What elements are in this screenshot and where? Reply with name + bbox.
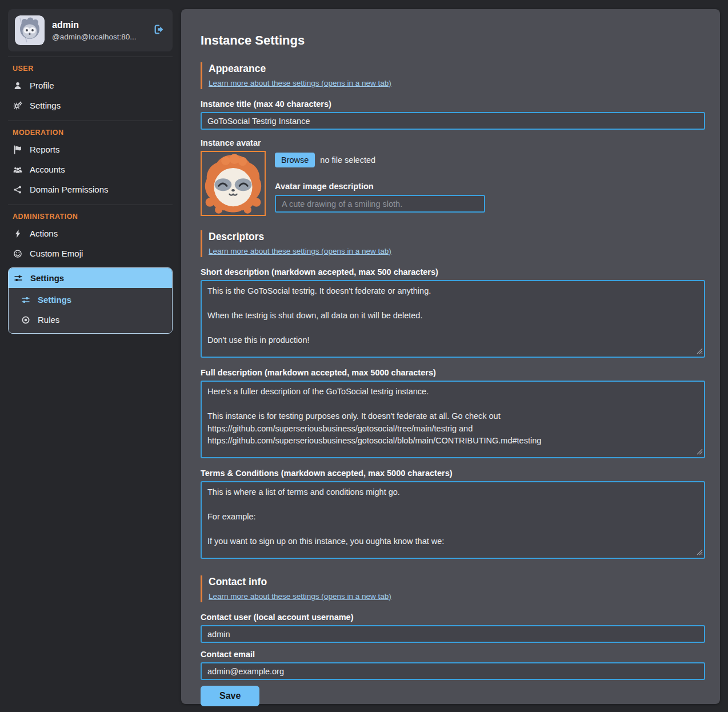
share-nodes-icon <box>13 185 22 194</box>
divider <box>8 205 173 205</box>
sidebar-category-moderation: MODERATION <box>13 129 173 137</box>
page-title: Instance Settings <box>201 33 705 48</box>
terms-label: Terms & Conditions (markdown accepted, m… <box>201 469 705 478</box>
terms-field: Terms & Conditions (markdown accepted, m… <box>201 469 705 561</box>
submenu-item-label: Rules <box>38 315 59 325</box>
submenu-item-rules[interactable]: Rules <box>9 310 172 330</box>
sign-out-icon <box>153 23 165 37</box>
save-button[interactable]: Save <box>201 686 259 706</box>
sidebar-item-label: Reports <box>30 145 60 154</box>
instance-title-label: Instance title (max 40 characters) <box>201 99 705 109</box>
instance-avatar-label: Instance avatar <box>201 138 705 147</box>
learn-more-link[interactable]: Learn more about these settings (opens i… <box>209 79 391 87</box>
section-descriptors-header: Descriptors Learn more about these setti… <box>201 230 705 257</box>
bolt-icon <box>13 229 22 238</box>
contact-user-field: Contact user (local account username) <box>201 613 705 643</box>
gears-icon <box>13 101 22 110</box>
section-appearance-header: Appearance Learn more about these settin… <box>201 62 705 89</box>
contact-user-label: Contact user (local account username) <box>201 613 705 622</box>
user-meta: admin @admin@localhost:80... <box>52 20 136 41</box>
sidebar-item-label: Custom Emoji <box>30 249 83 258</box>
sidebar-item-profile[interactable]: Profile <box>8 75 173 95</box>
instance-settings-panel: Instance Settings Appearance Learn more … <box>181 9 720 704</box>
circle-dot-icon <box>21 315 30 325</box>
user-card[interactable]: admin @admin@localhost:80... <box>8 9 173 51</box>
section-title: Appearance <box>209 63 705 75</box>
file-status-text: no file selected <box>320 155 375 165</box>
instance-title-input[interactable] <box>201 112 705 130</box>
section-title: Contact info <box>209 576 705 588</box>
sidebar-settings-group: Settings Settings <box>8 267 173 334</box>
sidebar-item-user-settings[interactable]: Settings <box>8 95 173 115</box>
sidebar-item-domain-permissions[interactable]: Domain Permissions <box>8 179 173 199</box>
sidebar-item-label: Accounts <box>30 165 65 174</box>
sliders-icon <box>21 295 30 305</box>
contact-email-label: Contact email <box>201 650 705 659</box>
user-name: admin <box>52 20 136 30</box>
sidebar-item-admin-settings[interactable]: Settings <box>9 268 172 288</box>
user-handle: @admin@localhost:80... <box>52 33 136 41</box>
instance-title-field: Instance title (max 40 characters) <box>201 99 705 130</box>
submenu-item-label: Settings <box>38 295 71 305</box>
contact-email-field: Contact email <box>201 650 705 680</box>
sidebar-category-user: USER <box>13 65 173 73</box>
sidebar-item-label: Profile <box>30 81 54 90</box>
short-description-field: Short description (markdown accepted, ma… <box>201 267 705 359</box>
full-description-label: Full description (markdown accepted, max… <box>201 368 705 377</box>
sidebar-item-reports[interactable]: Reports <box>8 139 173 159</box>
sidebar-item-custom-emoji[interactable]: Custom Emoji <box>8 243 173 263</box>
sidebar-item-label: Actions <box>30 229 58 238</box>
contact-email-input[interactable] <box>201 662 705 680</box>
short-description-textarea[interactable]: This is the GoToSocial testrig. It doesn… <box>201 280 705 358</box>
flag-icon <box>13 145 22 154</box>
section-contact-header: Contact info Learn more about these sett… <box>201 575 705 602</box>
terms-textarea[interactable]: This is where a list of terms and condit… <box>201 481 705 559</box>
short-description-label: Short description (markdown accepted, ma… <box>201 267 705 277</box>
instance-avatar-image <box>201 151 266 216</box>
instance-avatar-field: Instance avatar <box>201 138 705 216</box>
full-description-textarea[interactable]: Here's a fuller description of the GoToS… <box>201 381 705 458</box>
sliders-icon <box>13 273 23 283</box>
submenu-item-settings[interactable]: Settings <box>9 290 172 310</box>
sidebar-item-label: Settings <box>30 101 61 110</box>
avatar-description-label: Avatar image description <box>275 182 705 191</box>
logout-button[interactable] <box>151 22 166 38</box>
divider <box>8 121 173 121</box>
avatar-file-input: Browse no file selected <box>275 153 705 167</box>
sidebar-category-administration: ADMINISTRATION <box>13 213 173 221</box>
full-description-field: Full description (markdown accepted, max… <box>201 368 705 460</box>
browse-button[interactable]: Browse <box>275 153 315 167</box>
avatar-description-input[interactable] <box>275 195 485 213</box>
sidebar-item-actions[interactable]: Actions <box>8 223 173 243</box>
sidebar-item-accounts[interactable]: Accounts <box>8 159 173 179</box>
learn-more-link[interactable]: Learn more about these settings (opens i… <box>209 592 391 601</box>
learn-more-link[interactable]: Learn more about these settings (opens i… <box>209 247 391 255</box>
settings-submenu: Settings Rules <box>9 288 172 333</box>
user-avatar <box>15 15 45 45</box>
sidebar-item-label: Settings <box>30 273 64 283</box>
contact-user-input[interactable] <box>201 625 705 643</box>
sidebar: admin @admin@localhost:80... USER Profil… <box>8 9 173 334</box>
divider <box>8 57 173 57</box>
users-icon <box>13 165 22 174</box>
sidebar-item-label: Domain Permissions <box>30 185 109 194</box>
smiley-icon <box>13 249 22 258</box>
user-icon <box>13 81 22 90</box>
section-title: Descriptors <box>209 231 705 243</box>
